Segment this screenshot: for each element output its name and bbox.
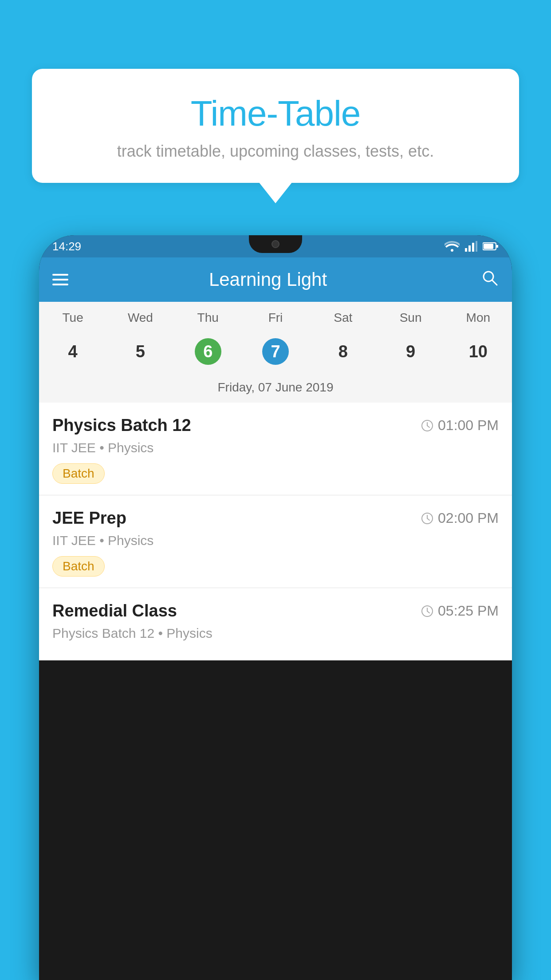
status-bar: 14:29 [39,235,512,257]
svg-rect-3 [472,243,474,252]
wifi-icon [445,241,460,252]
day-10[interactable]: 10 [445,334,512,369]
phone-frame: 14:29 [39,235,512,980]
day-header-mon[interactable]: Mon [445,311,512,325]
class-time: 01:00 PM [421,417,499,434]
svg-line-15 [427,518,429,520]
svg-rect-2 [468,245,471,252]
status-icons [445,241,499,252]
class-item-remedial[interactable]: Remedial Class 05:25 PM Physics Batch 12… [39,588,512,660]
camera [272,240,279,248]
day-header-thu[interactable]: Thu [174,311,242,325]
day-5[interactable]: 5 [106,334,174,369]
clock-icon-2 [421,512,433,525]
class-list: Physics Batch 12 01:00 PM IIT JEE • Phys… [39,403,512,660]
svg-line-9 [492,280,497,285]
phone-notch [249,235,302,253]
day-header-sun[interactable]: Sun [377,311,444,325]
class-name-2: JEE Prep [52,509,126,528]
clock-icon [421,419,433,432]
day-header-fri[interactable]: Fri [242,311,309,325]
search-icon[interactable] [481,269,499,291]
class-name: Physics Batch 12 [52,416,191,435]
bubble-title: Time-Table [59,93,492,134]
day-4[interactable]: 4 [39,334,106,369]
svg-line-18 [427,611,429,613]
svg-rect-4 [476,241,477,252]
calendar-section: Tue Wed Thu Fri Sat Sun Mon 4 5 6 7 8 9 … [39,302,512,403]
bubble-subtitle: track timetable, upcoming classes, tests… [59,142,492,161]
status-time: 14:29 [52,240,81,253]
battery-icon [483,242,499,251]
class-meta-3: Physics Batch 12 • Physics [52,626,499,641]
class-item-header: Physics Batch 12 01:00 PM [52,416,499,435]
day-header-sat[interactable]: Sat [309,311,377,325]
svg-point-0 [451,249,453,252]
svg-rect-1 [465,248,467,252]
day-6-today[interactable]: 6 [174,334,242,369]
day-7-selected[interactable]: 7 [242,334,309,369]
class-meta-2: IIT JEE • Physics [52,533,499,548]
class-time-3: 05:25 PM [421,603,499,619]
selected-date-label: Friday, 07 June 2019 [39,376,512,403]
batch-badge: Batch [52,463,105,484]
class-name-3: Remedial Class [52,601,177,620]
batch-badge-2: Batch [52,556,105,577]
app-bar: Learning Light [39,257,512,302]
day-header-wed[interactable]: Wed [106,311,174,325]
app-bar-title: Learning Light [55,269,481,290]
class-item-header-2: JEE Prep 02:00 PM [52,509,499,528]
signal-icon [465,241,477,252]
svg-rect-6 [484,244,493,249]
day-numbers: 4 5 6 7 8 9 10 [39,329,512,376]
svg-rect-7 [496,245,498,248]
day-8[interactable]: 8 [309,334,377,369]
speech-bubble-card: Time-Table track timetable, upcoming cla… [32,69,519,183]
day-9[interactable]: 9 [377,334,444,369]
clock-icon-3 [421,605,433,617]
class-item-jee-prep[interactable]: JEE Prep 02:00 PM IIT JEE • Physics Batc… [39,495,512,588]
svg-line-12 [427,426,429,427]
day-header-tue[interactable]: Tue [39,311,106,325]
class-item-physics-batch-12[interactable]: Physics Batch 12 01:00 PM IIT JEE • Phys… [39,403,512,495]
class-item-header-3: Remedial Class 05:25 PM [52,601,499,620]
class-meta: IIT JEE • Physics [52,440,499,455]
day-headers: Tue Wed Thu Fri Sat Sun Mon [39,302,512,329]
class-time-2: 02:00 PM [421,510,499,526]
